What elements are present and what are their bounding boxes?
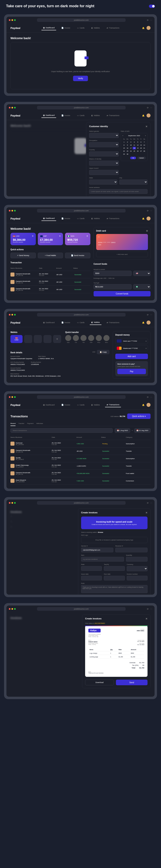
cal-date[interactable]: 21 xyxy=(143,147,146,149)
cal-date[interactable]: 8 xyxy=(123,144,126,146)
upper-select[interactable] xyxy=(89,170,119,175)
cal-date[interactable]: 15 xyxy=(123,147,126,149)
fund-wallet-button[interactable]: + Fund Wallet xyxy=(38,253,63,258)
cal-date[interactable]: 9 xyxy=(126,144,129,146)
table-row[interactable]: Khalid Olanrewaju#tx_yuh663725, Oct 2022… xyxy=(10,462,151,470)
cal-date[interactable]: 11 xyxy=(133,144,136,146)
convert-result-input[interactable] xyxy=(93,284,132,289)
logo-upload[interactable]: Drop file or browse to upload business/c… xyxy=(81,537,147,543)
nav-dashboard[interactable]: ▦ Dashboard xyxy=(42,26,56,30)
cal-date[interactable]: 19 xyxy=(136,147,139,149)
table-row[interactable]: Oyeyemi Abdulmalik#tx_abc72825, Oct 2022… xyxy=(10,278,90,286)
cal-date[interactable]: 3 xyxy=(129,141,132,144)
close-icon[interactable]: ✕ xyxy=(145,617,147,620)
cal-date[interactable]: 6 xyxy=(140,141,142,144)
cal-date[interactable]: 7 xyxy=(143,141,146,144)
quick-actions-button[interactable]: Quick actions ▾ xyxy=(127,413,151,419)
cal-date[interactable]: 12 xyxy=(136,144,139,146)
cal-date[interactable]: 18 xyxy=(133,147,136,149)
wallet-card[interactable]: GBP ⚙£7,384.00Account number xyxy=(38,233,63,245)
cal-date[interactable]: 10 xyxy=(129,144,132,146)
cal-date[interactable]: 29 xyxy=(123,153,126,155)
item-input[interactable] xyxy=(81,557,124,561)
due-date[interactable] xyxy=(104,576,125,580)
wallet-eur[interactable] xyxy=(44,335,52,343)
cal-date[interactable]: 23 xyxy=(126,150,129,152)
table-row[interactable]: Oyeyemi Abdulmalik#tx_abc72825, Oct 2022… xyxy=(10,470,151,477)
tax-input[interactable] xyxy=(104,566,125,571)
convert-button[interactable]: Convert funds xyxy=(93,291,151,297)
contact[interactable]: Moyo xyxy=(96,335,102,343)
date-to[interactable]: 📅 15, Aug 2022 xyxy=(134,428,151,433)
gender-select[interactable] xyxy=(89,133,119,138)
nav-cards[interactable]: ▭ Cards xyxy=(76,26,86,30)
address-input[interactable] xyxy=(89,189,147,194)
nav-wallets[interactable]: ◧ Wallets xyxy=(90,26,102,30)
occupation-select[interactable] xyxy=(89,142,119,147)
table-row[interactable]: Spotify#tx_52udbc325, Oct 20229:31 am+17… xyxy=(10,455,151,462)
close-icon[interactable]: ✕ xyxy=(145,125,147,128)
tab[interactable]: Payment xyxy=(27,421,34,426)
cal-date[interactable]: 4 xyxy=(133,141,136,144)
wallet-add[interactable]: + xyxy=(53,335,61,343)
date-from[interactable]: 📅 3, Aug 2022 xyxy=(115,428,130,433)
city-select[interactable] xyxy=(119,180,147,185)
currency-select[interactable] xyxy=(127,566,147,571)
wallet-gbp[interactable] xyxy=(24,335,32,343)
send-money-button[interactable]: ↗ Send Money xyxy=(10,253,36,258)
cal-date[interactable]: 26 xyxy=(136,150,139,152)
sender-input[interactable] xyxy=(81,548,113,552)
send-invoice-button[interactable]: 📄 Send Invoice xyxy=(65,253,90,258)
cal-date[interactable]: 16 xyxy=(126,147,129,149)
close-icon[interactable]: ✕ xyxy=(145,511,147,514)
wallet-usd[interactable]: USD xyxy=(10,335,23,343)
card-option-1[interactable]: Debit card ****3782○ xyxy=(115,338,148,344)
nav-invoice[interactable]: 📄 Invoice xyxy=(60,26,72,30)
contact[interactable]: Dele xyxy=(88,335,94,343)
convert-to-select[interactable]: 🇳🇬 xyxy=(133,284,151,289)
dob-calendar[interactable]: ‹September 2022› SuMoTuWeThFrSa123456789… xyxy=(121,133,147,161)
note-textarea[interactable]: Thank you for choosing to work with us. … xyxy=(81,585,147,593)
id-select[interactable] xyxy=(89,161,119,166)
add-card-button[interactable]: + Add new card xyxy=(96,252,148,257)
deposit-add-card[interactable]: Add card xyxy=(115,354,148,359)
qty-input[interactable] xyxy=(126,557,147,561)
contact[interactable]: Seun xyxy=(103,335,109,343)
cal-cancel[interactable]: Cancel xyxy=(137,157,146,159)
table-row[interactable]: Gumroad#tx_83hd58325, Oct 20229:31 am+25… xyxy=(10,440,151,447)
contact[interactable]: Tobi xyxy=(80,335,86,343)
state-select[interactable] xyxy=(89,180,117,185)
cal-date[interactable]: 17 xyxy=(129,147,132,149)
cal-date[interactable]: 1 xyxy=(123,141,126,144)
notification-icon[interactable]: 🔔 xyxy=(142,27,144,29)
cal-date[interactable]: 25 xyxy=(133,150,136,152)
cal-date[interactable]: 5 xyxy=(136,141,139,144)
country-select[interactable] xyxy=(89,151,119,156)
invnum-input[interactable] xyxy=(127,576,147,580)
download-button[interactable]: Download xyxy=(85,680,114,685)
debit-settings-icon[interactable]: ⚙ xyxy=(146,230,148,232)
card-option-2[interactable]: Mastercard ****3782○ xyxy=(115,345,148,351)
contact[interactable]: Ore xyxy=(73,335,79,343)
table-row[interactable]: Oyeyemi Abdulmalik#tx_abc72825, Oct 2022… xyxy=(10,271,90,278)
wallet-card[interactable]: NGN ⚙₦59,720Account number xyxy=(65,233,90,245)
table-row[interactable]: Oyeyemi Abdulmalik#tx_abc72825, Oct 2022… xyxy=(10,447,151,455)
tab[interactable]: Transfer xyxy=(18,421,24,426)
cal-date[interactable]: 30 xyxy=(126,153,129,155)
tab[interactable]: Recent xyxy=(10,421,16,426)
cal-date[interactable]: 27 xyxy=(140,150,142,152)
table-row[interactable]: Oyeyemi Abdulmalik#tx_abc72825, Oct 2022… xyxy=(10,286,90,293)
wallet-card[interactable]: USD ⚙$6,384.00Account number xyxy=(10,233,36,245)
verify-button[interactable]: Verify xyxy=(73,76,88,81)
user-avatar[interactable] xyxy=(146,26,151,30)
cal-ok[interactable]: Ok xyxy=(130,157,136,159)
convert-amount-input[interactable] xyxy=(93,271,132,276)
convert-from-select[interactable]: 🇺🇸 xyxy=(133,271,151,276)
rate-input[interactable] xyxy=(81,566,102,571)
wallet-ngn[interactable] xyxy=(34,335,42,343)
cal-date[interactable]: 13 xyxy=(140,144,142,146)
contact[interactable]: Ajayi xyxy=(65,335,71,343)
debit-card[interactable]: ▭ 5354 **** **** 3893 10/24 xyxy=(96,234,148,250)
dark-mode-toggle[interactable] xyxy=(149,5,155,8)
send-button[interactable]: Send xyxy=(116,680,147,685)
